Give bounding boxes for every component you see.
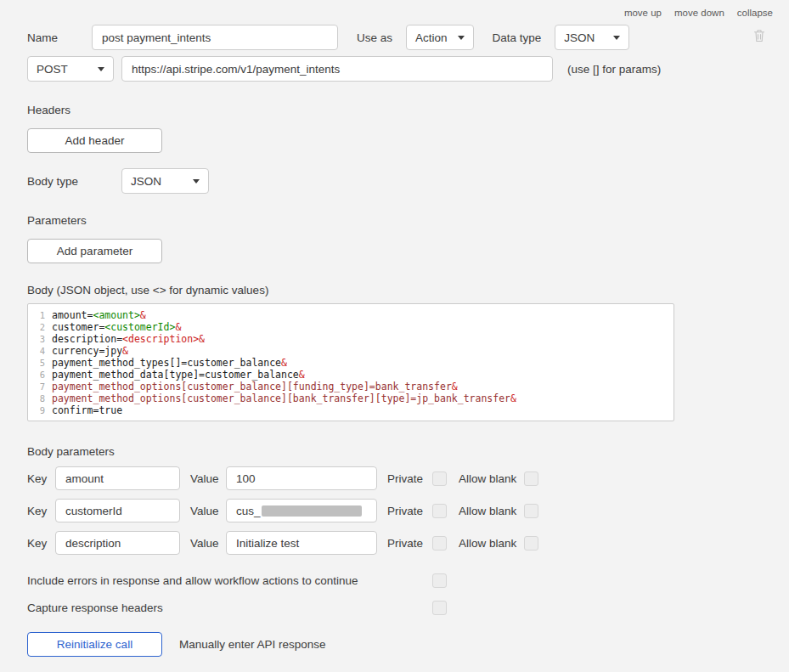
code-line: 5payment_method_types[]=customer_balance…	[30, 357, 668, 369]
name-label: Name	[27, 31, 92, 44]
body-type-value: JSON	[131, 175, 161, 188]
line-number: 7	[30, 381, 45, 392]
param-key-input[interactable]	[55, 466, 180, 490]
line-number: 9	[30, 404, 45, 416]
code-line: 2customer=<customerId>&	[30, 321, 668, 333]
line-number: 4	[30, 345, 45, 357]
private-label: Private	[387, 472, 425, 485]
body-code-editor[interactable]: 1amount=<amount>&2customer=<customerId>&…	[27, 303, 674, 421]
include-errors-row: Include errors in response and allow wor…	[27, 573, 674, 588]
delete-call-button[interactable]	[753, 29, 765, 42]
capture-headers-row: Capture response headers	[27, 601, 674, 615]
value-label: Value	[190, 472, 221, 485]
move-down-link[interactable]: move down	[674, 8, 724, 18]
collapse-link[interactable]: collapse	[737, 8, 773, 18]
private-label: Private	[387, 537, 425, 550]
body-parameter-row: Key Value cus_ Private Allow blank	[27, 499, 674, 522]
include-errors-checkbox[interactable]	[432, 573, 447, 588]
reinitialize-call-button[interactable]: Reinitialize call	[27, 632, 162, 657]
key-label: Key	[27, 505, 48, 517]
chevron-down-icon	[98, 67, 104, 71]
chevron-down-icon	[458, 36, 465, 40]
allow-blank-label: Allow blank	[459, 505, 518, 517]
code-line: 6payment_method_data[type]=customer_bala…	[30, 369, 668, 381]
allow-blank-checkbox[interactable]	[524, 504, 538, 518]
allow-blank-label: Allow blank	[459, 472, 518, 485]
use-as-label: Use as	[357, 31, 392, 44]
body-parameter-row: Key Value Private Allow blank	[27, 466, 674, 490]
url-row: POST (use [] for params)	[27, 56, 674, 82]
use-as-dropdown[interactable]: Action	[406, 25, 474, 50]
parameters-label: Parameters	[27, 214, 674, 227]
param-key-input[interactable]	[55, 499, 180, 522]
add-parameter-button[interactable]: Add parameter	[27, 239, 162, 263]
move-up-link[interactable]: move up	[624, 8, 662, 18]
key-label: Key	[27, 472, 48, 485]
method-value: POST	[37, 63, 68, 76]
api-call-panel: Name Use as Action Data type JSON POST (…	[27, 25, 674, 657]
allow-blank-checkbox[interactable]	[524, 472, 538, 486]
code-line: 3description=<description>&	[30, 333, 668, 345]
allow-blank-label: Allow blank	[459, 537, 518, 550]
private-checkbox[interactable]	[432, 472, 447, 486]
private-label: Private	[387, 505, 425, 517]
call-name-input[interactable]	[92, 25, 338, 50]
line-number: 3	[30, 333, 45, 345]
body-label: Body (JSON object, use <> for dynamic va…	[27, 284, 674, 296]
body-type-label: Body type	[27, 175, 121, 188]
manual-response-link[interactable]: Manually enter API response	[179, 638, 326, 651]
value-prefix: cus_	[236, 505, 261, 517]
param-value-input[interactable]	[226, 531, 377, 555]
line-number: 2	[30, 321, 45, 333]
use-as-value: Action	[415, 31, 448, 44]
value-label: Value	[190, 537, 221, 550]
data-type-dropdown[interactable]: JSON	[555, 25, 629, 50]
param-value-input[interactable]	[226, 466, 377, 490]
body-parameter-row: Key Value Private Allow blank	[27, 531, 674, 555]
body-type-dropdown[interactable]: JSON	[121, 168, 209, 194]
line-number: 8	[30, 392, 45, 404]
body-parameters-label: Body parameters	[27, 445, 674, 458]
data-type-value: JSON	[564, 31, 595, 44]
param-key-input[interactable]	[55, 531, 180, 555]
line-number: 5	[30, 357, 45, 369]
add-header-button[interactable]: Add header	[27, 128, 162, 153]
private-checkbox[interactable]	[432, 504, 447, 518]
chevron-down-icon	[613, 36, 620, 40]
trash-icon	[753, 29, 765, 42]
allow-blank-checkbox[interactable]	[524, 536, 538, 551]
code-line: 8payment_method_options[customer_balance…	[30, 392, 668, 404]
footer-row: Reinitialize call Manually enter API res…	[27, 632, 674, 657]
include-errors-label: Include errors in response and allow wor…	[27, 574, 432, 587]
code-line: 9confirm=true	[30, 404, 668, 416]
call-toolbar: move up move down collapse	[624, 8, 773, 18]
data-type-label: Data type	[493, 31, 542, 44]
name-row: Name Use as Action Data type JSON	[27, 25, 674, 50]
chevron-down-icon	[193, 179, 200, 184]
code-line: 1amount=<amount>&	[30, 309, 668, 321]
code-line: 7payment_method_options[customer_balance…	[30, 381, 668, 392]
method-dropdown[interactable]: POST	[27, 56, 114, 82]
line-number: 6	[30, 369, 45, 381]
params-hint: (use [] for params)	[567, 63, 661, 76]
body-type-row: Body type JSON	[27, 168, 674, 194]
redacted-value	[262, 505, 362, 517]
headers-label: Headers	[27, 104, 674, 116]
capture-headers-label: Capture response headers	[27, 601, 432, 614]
private-checkbox[interactable]	[432, 536, 447, 551]
param-value-input[interactable]: cus_	[226, 499, 377, 522]
key-label: Key	[27, 537, 48, 550]
code-line: 4currency=jpy&	[30, 345, 668, 357]
value-label: Value	[190, 505, 221, 517]
url-input[interactable]	[121, 56, 553, 82]
line-number: 1	[30, 309, 45, 321]
capture-headers-checkbox[interactable]	[432, 601, 447, 615]
